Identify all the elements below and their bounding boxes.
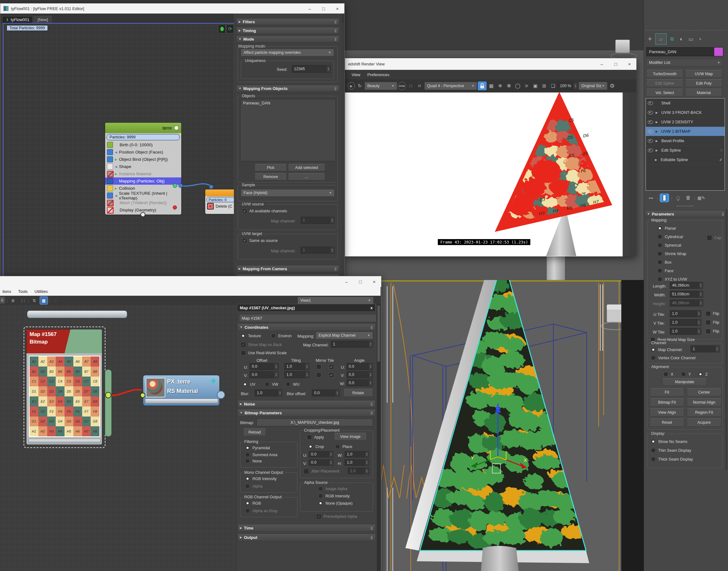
map-channel-radio[interactable]: Map Channel: xyxy=(651,347,683,352)
collision-export-dot[interactable] xyxy=(173,184,177,188)
sort-icon[interactable]: ⇅ xyxy=(30,296,38,305)
cylindrical-radio[interactable]: Cylindrical xyxy=(657,234,683,239)
expand-plus-icon[interactable]: ✚ xyxy=(211,377,216,385)
offset-v-spinner[interactable]: 0.0▴▾ xyxy=(249,371,279,378)
environ-radio[interactable]: Environ xyxy=(271,334,292,338)
collision-wire-dot[interactable] xyxy=(179,184,183,188)
grid-icon[interactable]: ▦ xyxy=(487,82,495,90)
remove-modifier-icon[interactable]: 🗑 xyxy=(684,194,693,202)
align-x-radio[interactable]: X xyxy=(663,372,673,376)
angle-w-spinner[interactable]: 0.0▴▾ xyxy=(346,379,373,386)
material-output-socket[interactable] xyxy=(217,391,225,399)
map-channel-spinner[interactable]: 1▴▾ xyxy=(691,345,720,352)
modifier-edit-spline[interactable]: ▶Edit Spline⸪ xyxy=(646,146,725,155)
maximize-button[interactable]: □ xyxy=(317,6,330,11)
show-map-in-viewport-icon[interactable]: ▦ xyxy=(40,296,48,305)
lock-icon[interactable] xyxy=(478,82,487,90)
operator-birth[interactable]: Birth (0-0: 10000) xyxy=(105,141,181,148)
view-dropdown[interactable]: View1▼ xyxy=(297,297,374,304)
node-delete[interactable]: Particles: 0 ✕ Delete (C xyxy=(205,189,234,214)
slate-titlebar[interactable]: – □ × xyxy=(0,276,381,287)
rotate-button[interactable]: Rotate xyxy=(343,389,373,397)
list-view-icon[interactable]: ≣ xyxy=(9,296,17,305)
panel-splitter[interactable] xyxy=(677,206,693,206)
mirror-u-checkbox[interactable] xyxy=(316,364,321,369)
v-tile-spinner[interactable]: 1.0▴▾ xyxy=(670,319,701,326)
uvw-map-button[interactable]: UVW Map xyxy=(685,70,722,78)
center-button[interactable]: Center xyxy=(687,388,721,396)
aov-dropdown[interactable]: Beauty▼ xyxy=(365,82,397,90)
view-align-button[interactable]: View Align xyxy=(650,408,684,417)
show-no-seams-radio[interactable]: Show No Seams xyxy=(651,439,688,444)
sample-slots-button[interactable]: 0 xyxy=(0,297,5,304)
tab-tyflow001[interactable]: ⬇ tyFlow001 xyxy=(2,16,33,23)
filter-none-radio[interactable]: None xyxy=(245,459,262,463)
tab-motion[interactable]: ◐ xyxy=(677,35,686,43)
mapping-mode-dropdown[interactable]: Affect particle mapping overrides▼ xyxy=(241,49,334,56)
rollout-mapping-from-objects[interactable]: ▼Mapping From Objects⣿ xyxy=(236,85,339,92)
node-rs-material[interactable]: PX_terre RS Material ✚ xyxy=(143,375,220,406)
close-button[interactable]: × xyxy=(623,62,636,67)
acquire-button[interactable]: Acquire xyxy=(687,419,721,427)
uv-radio[interactable]: UV xyxy=(243,382,255,387)
rgb-intensity-radio[interactable]: RGB Intensity xyxy=(245,476,277,481)
rgb-icon[interactable]: RGB xyxy=(398,82,406,90)
tiling-v-spinner[interactable]: 1.0▴▾ xyxy=(284,371,309,378)
operator-scale[interactable]: ◀Scale TEXTURE (Inherit | xTexmap) xyxy=(105,192,181,199)
slate-node-view[interactable]: Map #1567 Bitmap A1A2A3A4A5A6A7A8B1B2B3B… xyxy=(0,305,236,571)
maximize-button[interactable]: □ xyxy=(609,62,623,67)
mirror-v-checkbox[interactable] xyxy=(316,372,321,377)
menu-view[interactable]: View xyxy=(349,72,363,78)
vertex-color-channel-radio[interactable]: Vertex Color Channel xyxy=(651,355,696,360)
thick-seam-display-radio[interactable]: Thick Seam Display xyxy=(651,457,693,462)
tile-u-checkbox[interactable]: ✓ xyxy=(329,364,334,369)
u-tile-spinner[interactable]: 1.0▴▾ xyxy=(670,310,701,317)
visibility-eye-icon[interactable] xyxy=(648,139,653,143)
w-tile-spinner[interactable]: 1.0▴▾ xyxy=(670,328,701,335)
size-dropdown[interactable]: Original Siz▼ xyxy=(579,82,608,90)
navigator-bar[interactable] xyxy=(27,311,127,318)
panel-scrollbar[interactable] xyxy=(725,209,727,470)
width-spinner[interactable]: 51.036cm▴▾ xyxy=(670,291,703,298)
operator-mapping[interactable]: ◀Mapping (Particles: Obj) xyxy=(105,178,181,185)
use-real-world-scale-checkbox[interactable]: Use Real-World Scale xyxy=(241,350,287,355)
node-layout-icon[interactable]: ⋮∶ xyxy=(18,296,26,305)
material-input-socket[interactable] xyxy=(140,392,145,398)
crop-icon[interactable]: ⌗ xyxy=(415,82,424,90)
u-flip-checkbox[interactable]: Flip xyxy=(706,311,719,316)
visibility-eye-icon[interactable] xyxy=(648,148,653,152)
menu-utilities[interactable]: Utilities xyxy=(32,289,51,295)
menu-tions[interactable]: tions xyxy=(0,289,14,295)
show-end-result-icon[interactable] xyxy=(660,194,669,202)
tile-v-checkbox[interactable]: ✓ xyxy=(329,372,334,377)
tiling-u-spinner[interactable]: 1.0▴▾ xyxy=(284,363,309,370)
modifier-bevel-profile[interactable]: ▶Bevel Profile xyxy=(646,136,725,146)
zoom-region-icon[interactable]: ◌ xyxy=(51,296,60,305)
make-unique-icon[interactable]: ⧬ xyxy=(674,194,683,202)
turbosmooth-button[interactable]: TurboSmooth xyxy=(646,70,683,78)
fit-button[interactable]: Fit xyxy=(650,388,684,396)
tyflow-titlebar[interactable]: tyFlow001 : [tyFlow FREE v1.011 Editor] … xyxy=(0,3,344,13)
align-y-radio[interactable]: Y xyxy=(681,372,691,376)
render-play-icon[interactable]: ▶ xyxy=(347,82,355,90)
crop-v-spinner[interactable]: 0.0▴▾ xyxy=(309,459,333,466)
modifier-uvw-1-bitmap[interactable]: ▶UVW 1 BITMAP xyxy=(646,127,725,136)
all-channels-checkbox[interactable]: ✓All available channels xyxy=(242,209,287,214)
tab-utilities[interactable]: ⌁ xyxy=(695,33,706,45)
operator-object[interactable]: ▶Object Bind (Object [P|R]) xyxy=(105,156,181,163)
panel-close-icon[interactable]: x xyxy=(371,306,373,310)
modifier-uvw-2-density[interactable]: ▶UVW 2 DENSITY xyxy=(646,117,725,127)
w-flip-checkbox[interactable]: Flip xyxy=(706,329,719,334)
tyflow-node-graph[interactable]: Total Particles: 9999 ⟳ terre Particles:… xyxy=(3,23,234,277)
material-button[interactable]: Material xyxy=(685,89,722,97)
rollout-time[interactable]: ▶Time⣿ xyxy=(238,524,376,532)
offset-u-spinner[interactable]: 0.0▴▾ xyxy=(249,363,279,370)
seed-spinner[interactable]: 12345▴▾ xyxy=(292,65,331,73)
pin-stack-icon[interactable]: ⊶ xyxy=(647,194,655,202)
visibility-eye-icon[interactable] xyxy=(648,111,653,115)
vol-select-button[interactable]: Vol. Select xyxy=(646,89,683,97)
configure-modifier-sets-icon[interactable]: ▦✎ xyxy=(697,194,705,202)
object-color-swatch[interactable] xyxy=(714,47,723,56)
length-spinner[interactable]: 46.266cm▴▾ xyxy=(670,282,703,289)
minimize-button[interactable]: – xyxy=(303,6,317,11)
